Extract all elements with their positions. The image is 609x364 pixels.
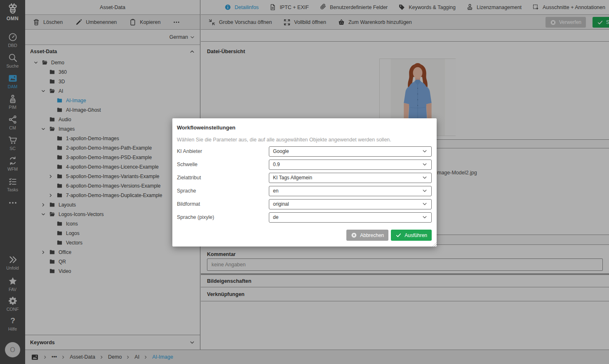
chevron-down-icon [422,188,428,194]
dialog-title: Workfloweinstellungen [177,124,432,131]
select-zielattribut[interactable]: KI Tags Allgemein [269,173,432,183]
dialog-field-row: Bildformatoriginal [177,199,432,209]
field-label: Zielattribut [177,175,269,181]
field-label: KI Anbieter [177,148,269,154]
app-window: OMNDBDSucheDAMPIMCMSCWFMTasksUnfoldFAVCO… [0,0,609,364]
select-value: de [273,214,278,220]
select-value: 0.9 [273,162,280,167]
dialog-resize-handle[interactable] [431,241,437,247]
select-sprache[interactable]: en [269,186,432,196]
select-schwelle[interactable]: 0.9 [269,160,432,170]
dialog-field-row: KI AnbieterGoogle [177,146,432,156]
field-label: Schwelle [177,162,269,167]
dialog-field-row: Sprache (pixyle)de [177,212,432,222]
x-circle-icon [351,232,357,238]
field-label: Sprache [177,188,269,194]
select-value: en [273,188,278,194]
execute-button[interactable]: Ausführen [391,230,432,241]
chevron-down-icon [422,214,428,220]
select-value: KI Tags Allgemein [273,175,312,181]
select-ki-anbieter[interactable]: Google [269,146,432,157]
cancel-button[interactable]: Abbrechen [346,230,388,241]
cancel-label: Abbrechen [360,232,384,238]
dialog-field-row: Schwelle0.9 [177,160,432,169]
dialog-buttons: Abbrechen Ausführen [346,230,432,241]
select-value: original [273,201,289,207]
chevron-down-icon [422,148,428,154]
chevron-down-icon [422,201,428,207]
select-value: Google [273,148,289,154]
chevron-down-icon [422,175,428,181]
execute-label: Ausführen [404,232,427,238]
dialog-field-row: Spracheen [177,186,432,196]
dialog-subtitle: Wählen Sie die Parameter aus, die auf al… [177,137,432,143]
select-sprache-pixyle-[interactable]: de [269,212,432,223]
select-bildformat[interactable]: original [269,199,432,209]
check-icon [395,232,402,238]
dialog-field-row: ZielattributKI Tags Allgemein [177,173,432,183]
chevron-down-icon [422,162,428,167]
field-label: Bildformat [177,201,269,207]
workflow-settings-dialog: Workfloweinstellungen Wählen Sie die Par… [172,118,437,247]
field-label: Sprache (pixyle) [177,214,269,220]
